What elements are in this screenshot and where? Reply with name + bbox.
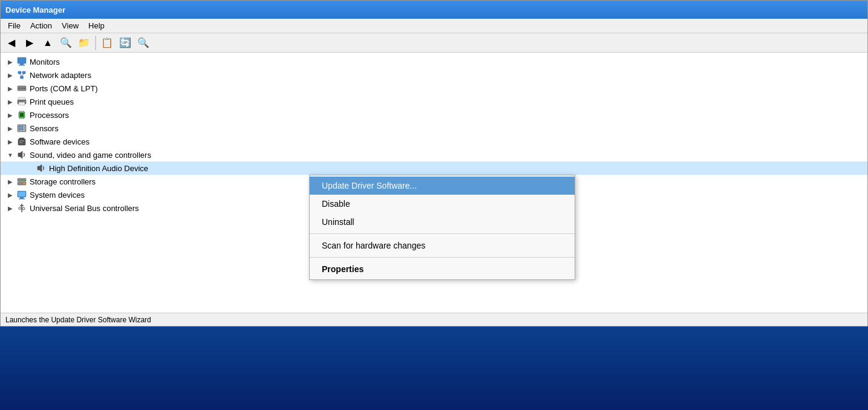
label-sound: Sound, video and game controllers: [30, 151, 151, 160]
icon-monitors: [16, 56, 27, 67]
toolbar-folder-btn[interactable]: 📁: [76, 35, 93, 51]
icon-print: [16, 96, 27, 107]
toolbar: ◀ ▶ ▲ 🔍 📁 📋 🔄 🔍: [1, 33, 867, 53]
tree-item-software-devices[interactable]: ▶ Software devices: [1, 135, 867, 148]
tree-item-ports[interactable]: ▶ Ports (COM & LPT): [1, 82, 867, 95]
svg-rect-0: [18, 57, 26, 63]
status-text: Launches the Update Driver Software Wiza…: [5, 316, 151, 324]
icon-system: [16, 189, 27, 200]
svg-point-38: [24, 179, 25, 181]
svg-line-6: [20, 74, 22, 76]
icon-usb: [16, 203, 27, 213]
icon-processors: [16, 109, 27, 120]
svg-rect-30: [21, 128, 23, 130]
expander-storage[interactable]: ▶: [5, 177, 15, 186]
label-software-devices: Software devices: [30, 137, 90, 146]
svg-point-48: [22, 207, 25, 210]
svg-point-11: [22, 88, 24, 89]
svg-rect-1: [20, 63, 24, 65]
label-hd-audio: High Definition Audio Device: [49, 164, 148, 173]
context-menu-separator-2: [310, 257, 575, 258]
label-processors: Processors: [30, 111, 69, 120]
context-menu-item-properties[interactable]: Properties: [310, 260, 575, 278]
icon-storage: [16, 176, 27, 187]
label-monitors: Monitors: [30, 57, 60, 67]
context-menu-label-uninstall: Uninstall: [322, 217, 354, 227]
label-system: System devices: [30, 190, 85, 200]
icon-software-devices: [16, 136, 27, 147]
menu-help[interactable]: Help: [83, 20, 109, 31]
svg-rect-4: [22, 71, 25, 74]
toolbar-properties-btn[interactable]: 📋: [99, 35, 116, 51]
toolbar-up-btn[interactable]: ▲: [39, 35, 56, 51]
svg-point-9: [19, 88, 20, 89]
svg-rect-34: [19, 142, 22, 143]
label-sensors: Sensors: [30, 124, 59, 133]
menu-view[interactable]: View: [57, 20, 83, 31]
tree-item-hd-audio[interactable]: ▶ High Definition Audio Device: [1, 161, 867, 175]
svg-rect-32: [19, 138, 24, 140]
expander-system[interactable]: ▶: [5, 190, 15, 200]
icon-hd-audio: [36, 163, 47, 174]
svg-marker-36: [38, 164, 42, 172]
expander-usb[interactable]: ▶: [5, 203, 15, 213]
menu-bar: File Action View Help: [1, 19, 867, 33]
context-menu-label-scan: Scan for hardware changes: [322, 241, 425, 250]
icon-network: [16, 70, 27, 80]
menu-file[interactable]: File: [3, 20, 25, 31]
context-menu-separator-1: [310, 233, 575, 234]
icon-sound: [16, 149, 27, 160]
context-menu-item-update-driver[interactable]: Update Driver Software...: [310, 177, 575, 195]
window-title: Device Manager: [5, 5, 65, 15]
label-print: Print queues: [30, 97, 74, 106]
toolbar-search-btn[interactable]: 🔍: [57, 35, 74, 51]
svg-point-10: [21, 88, 22, 89]
expander-print[interactable]: ▶: [5, 97, 15, 106]
context-menu-item-disable[interactable]: Disable: [310, 195, 575, 213]
toolbar-forward-btn[interactable]: ▶: [21, 35, 38, 51]
device-manager-window: Device Manager File Action View Help ◀ ▶…: [0, 0, 868, 327]
title-bar: Device Manager: [1, 1, 867, 19]
icon-sensors: [16, 123, 27, 134]
taskbar-region: [0, 327, 868, 410]
svg-rect-33: [19, 140, 24, 142]
expander-sound[interactable]: ▼: [5, 150, 15, 160]
label-ports: Ports (COM & LPT): [30, 84, 98, 93]
svg-rect-18: [20, 113, 24, 117]
svg-rect-43: [19, 198, 25, 200]
svg-rect-2: [19, 65, 25, 66]
svg-rect-29: [19, 128, 21, 130]
expander-monitors[interactable]: ▶: [5, 57, 15, 67]
tree-item-sound[interactable]: ▼ Sound, video and game controllers: [1, 148, 867, 161]
svg-point-40: [24, 183, 25, 184]
expander-ports[interactable]: ▶: [5, 83, 15, 93]
svg-rect-15: [19, 102, 25, 105]
expander-sensors[interactable]: ▶: [5, 123, 15, 133]
tree-item-sensors[interactable]: ▶ Sensors: [1, 122, 867, 135]
svg-rect-44: [18, 192, 25, 197]
label-usb: Universal Serial Bus controllers: [30, 204, 139, 213]
svg-rect-5: [21, 76, 24, 79]
tree-item-print[interactable]: ▶ Print queues: [1, 95, 867, 108]
context-menu-item-uninstall[interactable]: Uninstall: [310, 213, 575, 231]
status-bar: Launches the Update Driver Software Wiza…: [1, 313, 867, 326]
svg-rect-3: [18, 71, 21, 74]
label-storage: Storage controllers: [30, 177, 96, 186]
label-network: Network adapters: [30, 71, 91, 80]
context-menu-label-update-driver: Update Driver Software...: [322, 181, 417, 190]
toolbar-scan-btn[interactable]: 🔍: [135, 35, 152, 51]
context-menu-label-disable: Disable: [322, 199, 350, 209]
toolbar-back-btn[interactable]: ◀: [3, 35, 20, 51]
svg-rect-28: [21, 126, 23, 128]
context-menu-item-scan[interactable]: Scan for hardware changes: [310, 236, 575, 255]
menu-action[interactable]: Action: [25, 20, 57, 31]
expander-software-devices[interactable]: ▶: [5, 137, 15, 146]
tree-item-monitors[interactable]: ▶ Monitors: [1, 55, 867, 68]
expander-network[interactable]: ▶: [5, 70, 15, 80]
context-menu: Update Driver Software... Disable Uninst…: [309, 175, 575, 280]
tree-item-processors[interactable]: ▶ Processors: [1, 108, 867, 122]
context-menu-label-properties: Properties: [322, 264, 364, 274]
expander-processors[interactable]: ▶: [5, 110, 15, 120]
toolbar-update-btn[interactable]: 🔄: [117, 35, 134, 51]
tree-item-network[interactable]: ▶ Network adapters: [1, 68, 867, 82]
